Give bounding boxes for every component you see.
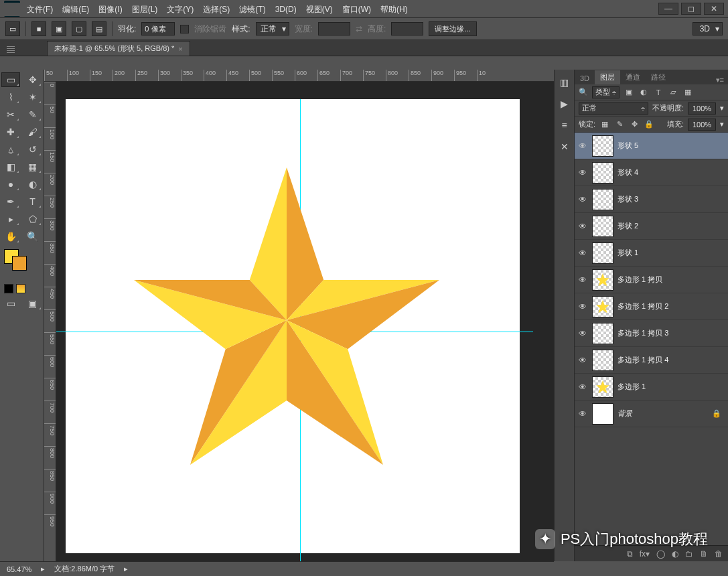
layer-row[interactable]: 👁形状 3 [575,186,728,213]
layer-thumbnail[interactable] [592,323,613,344]
layer-thumbnail[interactable] [592,189,613,210]
link-layers-icon[interactable]: ⧉ [627,549,633,559]
panel-icon-3d[interactable]: ▥ [557,75,572,90]
pen-tool[interactable]: ✒ [1,194,20,209]
layer-name[interactable]: 形状 5 [617,141,638,151]
delete-layer-icon[interactable]: 🗑 [715,549,723,559]
eraser-tool[interactable]: ◧ [1,159,20,174]
layer-thumbnail[interactable] [592,296,613,317]
panel-menu-icon[interactable]: ▾≡ [712,76,728,84]
visibility-icon[interactable]: 👁 [577,168,588,177]
layer-thumbnail[interactable] [592,269,613,291]
visibility-icon[interactable]: 👁 [577,329,588,338]
layer-row[interactable]: 👁多边形 1 拷贝 [575,267,728,293]
selection-add-icon[interactable]: ▣ [52,21,66,36]
layer-row[interactable]: 👁形状 5 [575,133,728,159]
menu-filter[interactable]: 滤镜(T) [239,4,265,15]
ruler-vertical[interactable]: 0501001502002503003504004505005506006507… [44,82,56,561]
opacity-value[interactable]: 100% [688,102,716,115]
menu-view[interactable]: 视图(V) [306,4,333,15]
menu-3d[interactable]: 3D(D) [275,5,297,14]
filter-type-icon[interactable]: T [653,87,664,98]
menu-edit[interactable]: 编辑(E) [62,4,89,15]
layer-row[interactable]: 👁形状 1 [575,240,728,267]
width-input[interactable] [318,22,350,35]
eyedropper-tool[interactable]: ✎ [23,107,42,122]
layer-thumbnail[interactable] [592,403,613,425]
layer-mask-icon[interactable]: ◯ [656,549,665,559]
antialias-checkbox[interactable] [180,25,189,33]
layer-row[interactable]: 👁多边形 1 拷贝 2 [575,293,728,320]
layer-name[interactable]: 多边形 1 拷贝 [617,275,662,285]
adjustment-layer-icon[interactable]: ◐ [672,549,678,559]
layer-name[interactable]: 多边形 1 拷贝 4 [617,355,668,365]
dodge-tool[interactable]: ◐ [23,177,42,192]
visibility-icon[interactable]: 👁 [577,275,588,285]
style-select[interactable]: 正常▾ [256,22,289,35]
background-color[interactable] [12,256,27,271]
blur-tool[interactable]: ● [1,177,20,192]
menu-select[interactable]: 选择(S) [203,4,230,15]
layer-name[interactable]: 形状 2 [617,221,638,231]
crop-tool[interactable]: ✂ [1,107,20,122]
layer-row[interactable]: 👁多边形 1 拷贝 4 [575,347,728,374]
filter-shape-icon[interactable]: ▱ [668,87,678,98]
refine-edge-button[interactable]: 调整边缘... [429,21,476,36]
healing-tool[interactable]: ✚ [1,125,20,139]
menu-window[interactable]: 窗口(W) [342,4,371,15]
quickmask-icon[interactable] [4,284,13,293]
selection-intersect-icon[interactable]: ▤ [92,21,106,36]
menu-image[interactable]: 图像(I) [98,4,122,15]
ruler-horizontal[interactable]: 5010015020025030035040045050055060065070… [44,70,554,82]
tab-channels[interactable]: 通道 [620,70,646,84]
path-select-tool[interactable]: ▸ [1,212,20,226]
document-tab[interactable]: 未标题-1 @ 65.5% (形状 5, RGB/8) * × [47,41,190,56]
layer-row[interactable]: 👁背景🔒 [575,401,728,427]
menu-help[interactable]: 帮助(H) [380,4,408,15]
search-icon[interactable]: 🔍 [579,88,588,96]
layer-name[interactable]: 背景 [617,409,632,419]
lock-paint-icon[interactable]: ✎ [614,119,625,130]
filter-smart-icon[interactable]: ▦ [682,87,693,98]
workspace-select[interactable]: 3D▾ [693,22,723,35]
menu-layer[interactable]: 图层(L) [132,4,158,15]
lock-pos-icon[interactable]: ✥ [629,119,640,130]
layer-thumbnail[interactable] [592,376,613,398]
lock-trans-icon[interactable]: ▦ [599,119,610,130]
menu-type[interactable]: 文字(Y) [167,4,194,15]
layer-row[interactable]: 👁形状 2 [575,213,728,240]
tool-preset-icon[interactable]: ▭ [5,21,20,36]
tab-paths[interactable]: 路径 [646,70,671,84]
layer-name[interactable]: 多边形 1 [617,382,646,392]
layer-thumbnail[interactable] [592,242,613,264]
visibility-icon[interactable]: 👁 [577,409,588,419]
fill-value[interactable]: 100% [688,119,716,131]
blend-mode-select[interactable]: 正常÷ [579,102,648,115]
tab-3d[interactable]: 3D [575,72,595,84]
layer-name[interactable]: 多边形 1 拷贝 3 [617,328,668,338]
canvas-area[interactable] [56,82,554,561]
shape-tool[interactable]: ⬠ [23,212,42,226]
visibility-icon[interactable]: 👁 [577,141,588,151]
tab-layers[interactable]: 图层 [595,70,620,84]
visibility-icon[interactable]: 👁 [577,222,588,231]
layer-name[interactable]: 多边形 1 拷贝 2 [617,301,668,311]
gradient-tool[interactable]: ▦ [23,159,42,174]
status-zoom[interactable]: 65.47% [7,565,31,573]
status-doc-info[interactable]: 文档:2.86M/0 字节 [54,564,115,574]
group-icon[interactable]: 🗀 [685,549,693,559]
minimize-button[interactable]: — [658,3,678,15]
layer-thumbnail[interactable] [592,350,613,371]
layer-thumbnail[interactable] [592,135,613,157]
lock-all-icon[interactable]: 🔒 [644,119,654,130]
canvas[interactable] [66,99,520,553]
screen-mode-icon[interactable]: ▣ [23,296,42,311]
visibility-icon[interactable]: 👁 [577,248,588,258]
layer-name[interactable]: 形状 4 [617,167,638,177]
layer-filter-select[interactable]: 类型 ÷ [592,86,620,98]
layer-name[interactable]: 形状 3 [617,194,638,204]
layer-name[interactable]: 形状 1 [617,248,638,258]
status-arrow-icon[interactable]: ▸ [41,565,45,573]
height-input[interactable] [391,22,423,35]
selection-new-icon[interactable]: ■ [31,21,46,36]
